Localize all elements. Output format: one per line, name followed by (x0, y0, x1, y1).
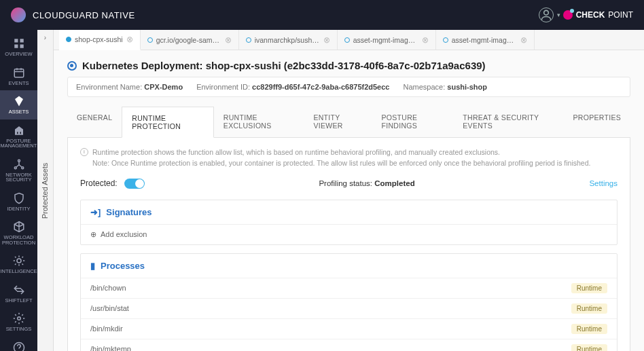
tab-runtime-exclusions[interactable]: RUNTIME EXCLUSIONS (214, 107, 304, 137)
close-icon[interactable]: ⊗ (225, 35, 232, 45)
tab-indicator-icon (246, 37, 251, 43)
settings-link[interactable]: Settings (589, 179, 618, 187)
page-title-row: Kubernetes Deployment: shop-cpx-sushi (e… (67, 60, 630, 71)
env-id-value: cc829ff9-d65f-47c2-9aba-c6875f2d5ecc (252, 83, 389, 91)
info-icon: i (80, 148, 88, 156)
user-menu-icon[interactable] (539, 7, 554, 22)
side-tab-label: Protected Assets (41, 162, 50, 219)
env-name-label: Environment Name: (76, 83, 142, 91)
nav-intelligence[interactable]: INTELLIGENCE (0, 250, 37, 279)
brand-check: CHECK (576, 10, 605, 20)
close-icon[interactable]: ⊗ (323, 35, 330, 45)
processes-title: Processes (101, 261, 145, 271)
checkpoint-dot-icon (563, 10, 573, 20)
svg-point-6 (18, 160, 20, 162)
protected-toggle[interactable] (124, 179, 145, 189)
sidenav: OVERVIEW EVENTS ASSETS POSTURE MANAGEMEN… (0, 30, 37, 351)
nav-shiftleft[interactable]: SHIFTLEFT (0, 279, 37, 308)
namespace-label: Namespace: (403, 83, 445, 91)
process-row[interactable]: /bin/mktempRuntime (81, 339, 617, 352)
nav-label: EVENTS (8, 81, 29, 86)
process-path: /bin/mkdir (90, 325, 123, 333)
svg-rect-1 (14, 39, 18, 42)
brand-point: POINT (608, 10, 633, 20)
nav-workload[interactable]: WORKLOAD PROTECTION (0, 216, 37, 250)
profiling-label: Profiling status: (319, 179, 372, 187)
tab-threat-events[interactable]: THREAT & SECURITY EVENTS (453, 107, 563, 137)
checkpoint-logo: CHECK POINT (563, 10, 633, 20)
asset-tab-1[interactable]: gcr.io/google-samples...⊗ (141, 30, 239, 50)
grid-icon (13, 37, 25, 50)
product-name: CLOUDGUARD NATIVE (33, 10, 135, 20)
profiling-value: Completed (374, 179, 414, 187)
tab-label: ivanmarchkp/sushi(lat... (255, 36, 320, 44)
network-icon (13, 158, 25, 170)
svg-point-8 (21, 166, 23, 168)
tab-indicator-icon (443, 37, 448, 43)
tab-properties[interactable]: PROPERTIES (564, 107, 631, 137)
nav-identity[interactable]: IDENTITY (0, 187, 37, 217)
nav-label: IDENTITY (7, 206, 30, 212)
tab-entity-viewer[interactable]: ENTITY VIEWER (304, 107, 372, 137)
content-scroll[interactable]: Kubernetes Deployment: shop-cpx-sushi (e… (54, 50, 644, 351)
nav-posture[interactable]: POSTURE MANAGEMENT (0, 119, 37, 153)
asset-tab-3[interactable]: asset-mgmt-imagesca...⊗ (338, 30, 436, 50)
namespace-value: sushi-shop (447, 83, 487, 91)
plus-icon: ⊕ (90, 230, 96, 239)
add-exclusion-button[interactable]: ⊕ Add exclusion (81, 224, 617, 244)
env-name-value: CPX-Demo (144, 83, 183, 91)
nav-overview[interactable]: OVERVIEW (0, 33, 37, 62)
process-path: /usr/bin/stat (90, 304, 129, 312)
process-row[interactable]: /bin/chownRuntime (81, 278, 617, 298)
runtime-panel: i Runtime protection shows the function … (67, 138, 630, 351)
svg-point-0 (543, 10, 548, 15)
svg-point-10 (17, 317, 20, 320)
arrows-icon (13, 284, 25, 296)
cube-icon (13, 221, 25, 233)
diamond-icon (13, 95, 25, 107)
process-row[interactable]: /usr/bin/statRuntime (81, 298, 617, 318)
processes-header[interactable]: ▮ Processes (81, 254, 617, 278)
process-list: /bin/chownRuntime/usr/bin/statRuntime/bi… (81, 278, 617, 352)
svg-rect-3 (14, 45, 18, 48)
process-row[interactable]: /bin/mkdirRuntime (81, 318, 617, 339)
processes-section: ▮ Processes /bin/chownRuntime/usr/bin/st… (80, 253, 618, 352)
calendar-icon (13, 67, 25, 79)
tab-general[interactable]: GENERAL (67, 107, 122, 137)
nav-label: OVERVIEW (5, 52, 32, 57)
brain-icon (13, 255, 25, 267)
asset-tab-0[interactable]: shop-cpx-sushi⊗ (59, 30, 141, 50)
page-title: Kubernetes Deployment: shop-cpx-sushi (e… (82, 60, 486, 71)
close-icon[interactable]: ⊗ (126, 35, 133, 44)
asset-tab-2[interactable]: ivanmarchkp/sushi(lat...⊗ (239, 30, 338, 50)
protected-assets-tab[interactable]: › Protected Assets (37, 30, 54, 351)
process-path: /bin/chown (90, 284, 126, 292)
nav-network[interactable]: NETWORK SECURITY (0, 153, 37, 187)
nav-events[interactable]: EVENTS (0, 62, 37, 91)
topbar-left: CLOUDGUARD NATIVE (11, 7, 135, 22)
tab-label: shop-cpx-sushi (75, 35, 123, 43)
topbar: CLOUDGUARD NATIVE CHECK POINT (0, 0, 644, 30)
nav-settings[interactable]: SETTINGS (0, 308, 37, 337)
chevron-right-icon: › (44, 34, 46, 41)
signatures-header[interactable]: ➜] Signatures (81, 200, 617, 224)
info-line2: Note: Once Runtime protection is enabled… (92, 158, 590, 169)
close-icon[interactable]: ⊗ (422, 35, 429, 45)
nav-label: INTELLIGENCE (0, 269, 37, 274)
shield-icon (13, 192, 25, 204)
nav-resources[interactable]: RESOURCES (0, 337, 37, 352)
cloudguard-logo-icon (11, 7, 26, 22)
topbar-right: CHECK POINT (539, 7, 633, 22)
tab-label: asset-mgmt-imagesca... (452, 36, 517, 44)
nav-assets[interactable]: ASSETS (0, 90, 37, 119)
info-note: i Runtime protection shows the function … (80, 147, 618, 169)
runtime-badge: Runtime (571, 324, 607, 334)
tab-runtime-protection[interactable]: RUNTIME PROTECTION (122, 107, 214, 138)
asset-tab-4[interactable]: asset-mgmt-imagesca...⊗ (436, 30, 535, 50)
runtime-badge: Runtime (571, 303, 607, 314)
nav-label: SHIFTLEFT (5, 298, 32, 303)
tab-label: gcr.io/google-samples... (156, 36, 221, 44)
asset-tabs: shop-cpx-sushi⊗ gcr.io/google-samples...… (54, 30, 644, 50)
close-icon[interactable]: ⊗ (520, 35, 527, 45)
tab-posture-findings[interactable]: POSTURE FINDINGS (372, 107, 454, 137)
